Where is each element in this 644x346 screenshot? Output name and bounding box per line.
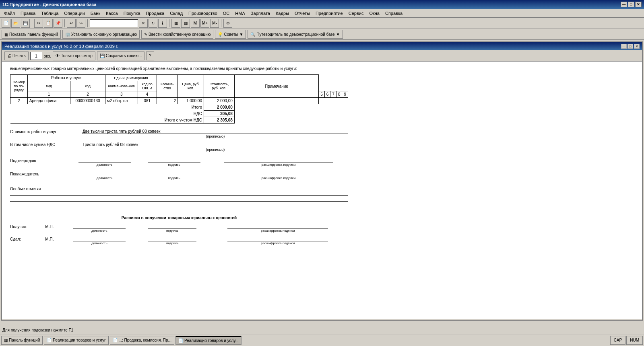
give-podpis-line: [148, 237, 196, 241]
separator4: [169, 19, 169, 27]
minimize-button[interactable]: —: [621, 2, 627, 7]
col-num-header: Но-мер по по-рядку: [10, 75, 28, 98]
toolbar-new[interactable]: 📄: [2, 19, 10, 28]
toolbar-m-plus[interactable]: M+: [200, 19, 209, 28]
col-vid-header: вид: [27, 81, 70, 91]
save-icon: 💾: [100, 54, 105, 58]
receipt-spacer: [10, 245, 348, 269]
tips-btn[interactable]: 💡 Советы ▼: [215, 30, 246, 39]
enter-operation-btn[interactable]: ✎ Ввести хозяйственную операцию: [141, 30, 213, 39]
toolbar-grid2[interactable]: ▦: [181, 19, 190, 28]
col-naim-header: наиме-нова-ние: [105, 81, 138, 91]
col-total-header: Стоимость, руб. коп.: [204, 75, 234, 98]
given-section: Сдал: М.П.: [10, 237, 348, 245]
col-kod-idx: 4: [138, 91, 157, 98]
nds-section: В том числе сумма НДС Триста пять рублей…: [10, 142, 348, 152]
table-row: 2 Аренда офиса 00000000130 м2 общ. пл 08…: [10, 98, 348, 104]
row-naim: м2 общ. пл: [105, 98, 138, 104]
menu-operations[interactable]: Операции: [62, 10, 87, 16]
doc-maximize-btn[interactable]: □: [627, 44, 633, 49]
menu-help[interactable]: Справка: [383, 10, 405, 16]
toolbar-m[interactable]: M: [191, 19, 200, 28]
toolbar-save[interactable]: 💾: [21, 19, 30, 28]
doc-close-btn[interactable]: ✕: [634, 44, 640, 49]
itogo-nds-row: Итого с учетом НДС 2 305,08: [10, 117, 348, 124]
doc-content[interactable]: вышеперечисленных товарно-материальных ц…: [2, 62, 642, 319]
itogo-nds-label: Итого с учетом НДС: [10, 117, 204, 124]
separator3: [87, 19, 88, 27]
menu-enterprise[interactable]: Предприятие: [313, 10, 345, 16]
give-dolzh-label: должность: [62, 241, 137, 245]
col-qty-header: Количе-ство: [157, 75, 178, 98]
intro-text: вышеперечисленных товарно-материальных ц…: [10, 66, 634, 72]
sign2-section: Поклажедатель: [10, 171, 348, 180]
menu-bank[interactable]: Банк: [88, 10, 103, 16]
menu-hr[interactable]: Кадры: [273, 10, 291, 16]
taskbar-item-sales[interactable]: 📄 Реализации товаров и услуг: [44, 336, 108, 345]
cost-sub: (прописью): [83, 134, 348, 139]
sign2-rash-line: [224, 171, 333, 176]
menu-nma[interactable]: НМА: [233, 10, 247, 16]
toolbar-refresh[interactable]: ↻: [149, 19, 157, 28]
document-window: Реализация товаров и услуг № 2 от 10 фев…: [1, 41, 643, 321]
toolbar-copy[interactable]: 📋: [44, 19, 53, 28]
title-bar-buttons: — □ ✕: [621, 2, 642, 7]
set-org-btn[interactable]: 🏢 Установить основную организацию: [62, 30, 140, 39]
maximize-button[interactable]: □: [628, 2, 634, 7]
given-label: Сдал:: [10, 237, 45, 241]
menu-reports[interactable]: Отчеты: [292, 10, 312, 16]
menu-production[interactable]: Производство: [186, 10, 220, 16]
taskbar-right: CAP NUM: [610, 336, 643, 345]
menu-edit[interactable]: Правка: [18, 10, 38, 16]
menu-warehouse[interactable]: Склад: [167, 10, 185, 16]
menu-windows[interactable]: Окна: [367, 10, 382, 16]
col-total-idx: 7: [330, 91, 336, 98]
guide-btn[interactable]: 🔍 Путеводитель по демонстрационной базе …: [248, 30, 343, 39]
search-clear[interactable]: ✕: [139, 19, 148, 28]
menu-os[interactable]: ОС: [221, 10, 232, 16]
print-button[interactable]: 🖨 Печать: [4, 51, 29, 60]
toolbar-cut[interactable]: ✂: [34, 19, 43, 28]
show-panel-btn[interactable]: ▦ Показать панель функций: [2, 30, 61, 39]
help-button[interactable]: ?: [146, 51, 154, 60]
sign1-section: Подтверждаю д: [10, 158, 348, 167]
toolbar-undo[interactable]: ↩: [67, 19, 76, 28]
separator1: [32, 19, 32, 27]
taskbar-items: ▦ Панель функций 📄 Реализации товаров и …: [1, 336, 242, 345]
sign2-dolzh-label: должность: [70, 176, 139, 180]
toolbar-m-minus[interactable]: M-: [210, 19, 219, 28]
sign2-podpis-line: [148, 171, 200, 176]
menu-service[interactable]: Сервис: [346, 10, 366, 16]
col-price-header: Цена, руб. коп.: [178, 75, 204, 98]
menu-kassa[interactable]: Касса: [103, 10, 120, 16]
menu-file[interactable]: Файл: [2, 10, 17, 16]
toolbar-grid1[interactable]: ▦: [171, 19, 180, 28]
col-num-idx: 1: [27, 91, 70, 98]
toolbar-paste[interactable]: 📌: [54, 19, 62, 28]
taskbar-item-realization[interactable]: 📄 Реализация товаров и услу...: [175, 336, 242, 345]
taskbar-komissia-icon: 📄: [113, 338, 118, 342]
toolbar-info[interactable]: ℹ: [158, 19, 167, 28]
menu-salary[interactable]: Зарплата: [248, 10, 272, 16]
doc-title-buttons: — □ ✕: [621, 44, 640, 49]
taskbar-sales-icon: 📄: [47, 338, 52, 342]
special-label: Особые отметки: [10, 187, 41, 191]
row-num: 2: [10, 98, 28, 104]
save-copy-button[interactable]: 💾 Сохранить копию...: [97, 51, 144, 60]
view-only-button[interactable]: 👁 Только просмотр: [53, 51, 95, 60]
search-input[interactable]: [90, 19, 138, 27]
received-label: Получил:: [10, 224, 45, 229]
toolbar-open[interactable]: 📂: [11, 19, 20, 28]
taskbar-item-panel[interactable]: ▦ Панель функций: [1, 336, 43, 345]
menu-table[interactable]: Таблица: [39, 10, 61, 16]
toolbar-redo[interactable]: ↪: [76, 19, 85, 28]
menu-sales[interactable]: Продажа: [143, 10, 167, 16]
toolbar-settings[interactable]: ⚙: [223, 19, 232, 28]
num-btn: NUM: [626, 336, 643, 345]
sign1-dolzh-line: [78, 158, 131, 163]
print-copies-input[interactable]: [30, 52, 42, 60]
menu-purchase[interactable]: Покупка: [121, 10, 143, 16]
doc-minimize-btn[interactable]: —: [621, 44, 627, 49]
taskbar-item-komissia[interactable]: 📄 ...: Продажа, комиссия. Пр...: [110, 336, 174, 345]
close-button[interactable]: ✕: [635, 2, 642, 7]
